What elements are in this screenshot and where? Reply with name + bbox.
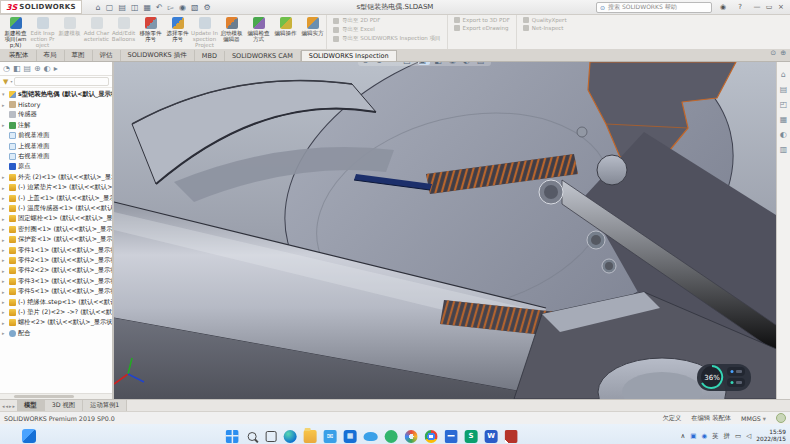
tree-item[interactable]: 前视基准面 [0, 131, 112, 141]
tree-item[interactable]: 传感器 [0, 110, 112, 120]
window-control-button[interactable]: × [775, 3, 787, 11]
quick-access-icon[interactable]: ▧ [191, 3, 199, 12]
taskbar-app-icon[interactable]: S [465, 430, 478, 443]
tray-icon[interactable]: ▣ [690, 432, 696, 440]
panel-tab-icon[interactable]: ◔ [3, 64, 10, 73]
expand-icon[interactable]: ▸ [2, 289, 7, 295]
taskbar-app-icon[interactable] [425, 430, 438, 443]
expand-icon[interactable]: ▸ [2, 278, 7, 284]
ribbon-tab[interactable]: SOLIDWORKS CAM [225, 51, 301, 61]
expand-icon[interactable]: ▸ [2, 257, 7, 263]
export-item[interactable]: Export to 3D PDF [454, 17, 510, 23]
expand-icon[interactable]: ▸ [2, 237, 7, 243]
expand-icon[interactable]: ▸ [2, 216, 7, 222]
ribbon-tab[interactable]: 草图 [65, 50, 93, 61]
tree-item[interactable]: ▸ 密封圈<1> (默认<<默认>_显示状 [0, 224, 112, 234]
tab-nav-arrow[interactable]: ▸ [13, 403, 16, 409]
ribbon-button[interactable]: Add Characteristic [83, 15, 110, 49]
expand-icon[interactable]: ▸ [2, 185, 7, 191]
quick-access-icon[interactable]: ◉ [179, 3, 186, 12]
expand-icon[interactable]: ▸ [2, 205, 7, 211]
ribbon-button[interactable]: 新建模板 [56, 15, 83, 49]
tree-item[interactable]: ▸ 零件2<2> (默认<<默认>_显示状态 [0, 266, 112, 276]
tray-icon[interactable]: ▭ [735, 432, 741, 440]
tree-item[interactable]: ▸ 注解 [0, 120, 112, 130]
expand-icon[interactable]: ▸ [2, 330, 7, 336]
tree-item[interactable]: ▸ 配合 [0, 328, 112, 338]
export-item[interactable]: 导出至 SOLIDWORKS Inspection 项目 [333, 35, 441, 42]
document-tab[interactable]: 3D 视图 [45, 400, 83, 411]
tab-nav-arrow[interactable]: ◂ [2, 403, 5, 409]
tab-nav-arrow[interactable]: ▸ [9, 403, 12, 409]
ribbon-button[interactable]: 启动模板编辑器 [218, 15, 245, 49]
filter-caret-icon[interactable]: ▾ [10, 79, 12, 84]
filter-input[interactable] [14, 77, 109, 86]
tree-item[interactable]: ▸ (-) 垫片 (2)<2> ->? (默认<<默认> [0, 307, 112, 317]
tree-item[interactable]: ▸ 零件5<1> (默认<<默认>_显示状态 [0, 286, 112, 296]
tree-item[interactable]: ▸ 零件2<1> (默认<<默认>_显示状态 [0, 255, 112, 265]
view-tool-icon[interactable]: ◐▾ [463, 62, 473, 65]
tree-item[interactable]: ▸ 外壳 (2)<1> (默认<<默认>_显示状 [0, 172, 112, 182]
tray-icon[interactable]: ◁ [746, 432, 751, 440]
view-tool-icon[interactable]: ⊕▾ [376, 62, 386, 65]
document-tab[interactable]: 运动算例1 [83, 400, 127, 411]
panel-tab-icon[interactable]: ⊕ [34, 64, 41, 73]
ribbon-button[interactable]: Add/Edit Balloons [110, 15, 137, 49]
taskbar-app-icon[interactable] [445, 430, 458, 443]
export-item[interactable]: QualityXpert [523, 17, 567, 23]
taskbar-app-icon[interactable]: W [485, 430, 498, 443]
tree-item[interactable]: ▸ (-) 绝缘体.step<1> (默认<<默认> [0, 297, 112, 307]
ribbon-button[interactable]: 编辑实方 [299, 15, 326, 49]
ribbon-button[interactable]: 编辑检查方式 [245, 15, 272, 49]
tray-icon[interactable]: ◉ [701, 432, 707, 440]
quick-access-icon[interactable]: ▤ [118, 3, 126, 12]
window-control-button[interactable]: — [751, 3, 763, 11]
ribbon-tab[interactable]: SOLIDWORKS 插件 [121, 50, 195, 61]
login-icon[interactable]: ◉ [717, 3, 729, 11]
expand-icon[interactable]: ▸ [2, 268, 7, 274]
quick-access-icon[interactable]: ◫ [131, 3, 139, 12]
graphics-viewport[interactable]: ⊙▾ ⊕▾ ↶▾ ◳▾ ▣▾ ◧▾ [114, 62, 776, 399]
tree-item[interactable]: 原点 [0, 162, 112, 172]
expand-icon[interactable]: ▸ [2, 102, 7, 108]
units-selector[interactable]: MMGS ▾ [741, 415, 766, 422]
document-tab[interactable]: 模型 [17, 400, 45, 411]
view-tool-icon[interactable]: ▣▾ [418, 62, 431, 65]
taskbar-app-icon[interactable] [246, 430, 259, 443]
view-tool-icon[interactable]: ◧▾ [434, 62, 445, 65]
tab-nav-arrow[interactable]: ◂ [6, 403, 9, 409]
tree-item[interactable]: ▸ 零件1<1> (默认<<默认>_显示状态 [0, 245, 112, 255]
tree-item[interactable]: ▸ (-) 温度传感器<1> (默认<<默认>_ [0, 203, 112, 213]
taskbar-app-icon[interactable] [226, 430, 239, 443]
taskbar-app-icon[interactable] [505, 430, 518, 443]
scrollbar-thumb[interactable] [14, 395, 74, 398]
ribbon-tab[interactable]: 布局 [37, 50, 65, 61]
taskbar-app-icon[interactable] [284, 430, 297, 443]
expand-icon[interactable]: ▸ [2, 320, 7, 326]
tree-item[interactable]: ▸ 零件3<1> (默认<<默认>_显示状态 [0, 276, 112, 286]
window-control-button[interactable]: ▭ [763, 3, 775, 11]
tab-strip-search-icon[interactable]: ⊕ [780, 49, 786, 443]
tree-item[interactable]: ▸ History [0, 99, 112, 109]
panel-tab-icon[interactable]: ▸ [54, 64, 58, 73]
taskbar-app-icon[interactable]: ✉ [324, 430, 337, 443]
panel-tab-icon[interactable]: ◧ [13, 64, 21, 73]
filter-funnel-icon[interactable]: ▼ [3, 78, 8, 86]
export-item[interactable]: 导出至 Excel [333, 26, 441, 33]
view-tool-icon[interactable]: ↶▾ [389, 62, 399, 65]
taskbar-app-icon[interactable]: ▦ [344, 430, 357, 443]
ribbon-tab[interactable]: 装配体 [2, 50, 37, 61]
ribbon-button[interactable]: Edit Inspection Project [29, 15, 56, 49]
tree-item[interactable]: 右视基准面 [0, 151, 112, 161]
widgets-icon[interactable] [22, 429, 36, 443]
tree-item[interactable]: 上视基准面 [0, 141, 112, 151]
taskbar-app-icon[interactable] [364, 432, 378, 441]
tree-item[interactable]: ▸ 固定螺栓<1> (默认<<默认>_显示 [0, 214, 112, 224]
ribbon-button[interactable]: 编辑操作 [272, 15, 299, 49]
taskbar-app-icon[interactable] [405, 430, 418, 443]
ribbon-button[interactable]: 选择零件序号 [164, 15, 191, 49]
quick-access-icon[interactable]: ▢ [106, 3, 114, 12]
export-item[interactable]: 导出至 2D PDF [333, 17, 441, 24]
zoom-indicator-widget[interactable]: 36% [697, 364, 751, 391]
tree-item[interactable]: ▸ (-) 迫紧垫片<1> (默认<<默认>_显 [0, 183, 112, 193]
